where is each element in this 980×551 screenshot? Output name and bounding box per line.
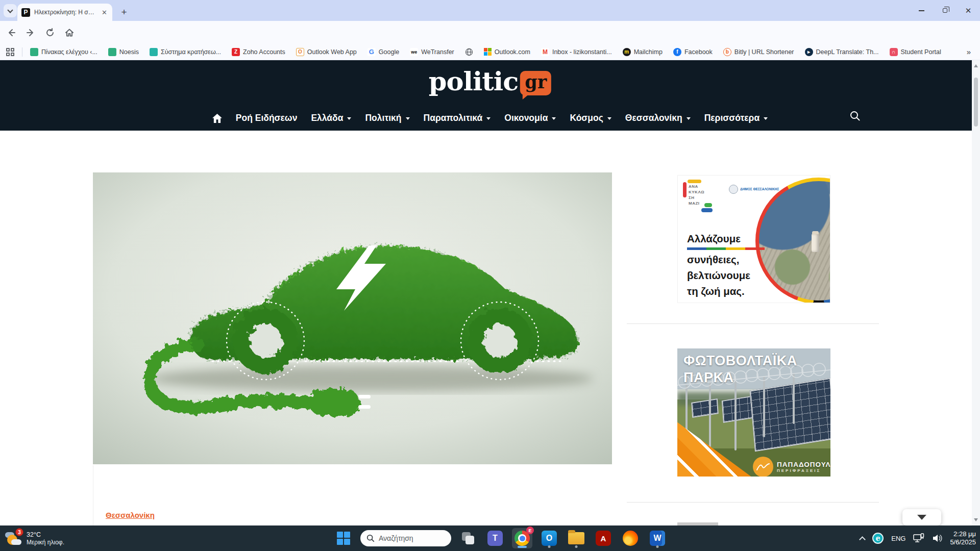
bookmarks-overflow-icon[interactable]: » xyxy=(967,47,974,56)
nav-home[interactable] xyxy=(212,114,222,123)
mailchimp-icon: m xyxy=(623,48,631,56)
firefox-app[interactable] xyxy=(620,528,641,548)
bookmark-item[interactable]: ∩Student Portal xyxy=(890,48,941,56)
window-controls: ✕ xyxy=(910,0,980,21)
ad-photo-circle xyxy=(755,178,830,303)
apps-grid-icon[interactable] xyxy=(6,48,14,56)
zoho-icon: Z xyxy=(232,48,240,56)
tray-date: 5/6/2025 xyxy=(950,538,976,546)
outlook-app[interactable]: O xyxy=(539,528,559,548)
nav-item-news-feed[interactable]: Ροή Ειδήσεων xyxy=(236,113,298,123)
bookmark-item[interactable]: ▸DeepL Translate: Th... xyxy=(805,48,879,56)
taskbar-clock[interactable]: 2:28 μμ 5/6/2025 xyxy=(950,530,976,546)
caret-down-icon xyxy=(687,117,691,120)
task-view-button[interactable] xyxy=(458,528,478,548)
sidebar-divider xyxy=(627,323,879,324)
bookmark-item[interactable]: Σύστημα κρατήσεω... xyxy=(150,48,221,56)
tray-expand-icon[interactable] xyxy=(859,536,866,543)
weather-condition: Μερική ηλιοφ. xyxy=(27,539,64,546)
caret-down-icon xyxy=(607,117,611,120)
bookmark-item[interactable]: fFacebook xyxy=(673,48,713,56)
bookmark-item[interactable]: Πίνακας ελέγχου ‹... xyxy=(30,48,97,56)
student-portal-icon: ∩ xyxy=(890,48,898,56)
google-icon: G xyxy=(368,48,376,56)
search-icon xyxy=(366,534,375,542)
nav-item-greece[interactable]: Ελλάδα xyxy=(311,113,351,123)
chrome-app[interactable]: E xyxy=(512,528,532,548)
back-button[interactable] xyxy=(3,24,19,41)
bookmark-item[interactable]: Outlook.com xyxy=(484,48,530,56)
sidebar-ad-solar[interactable]: ΦΩΤΟΒΟΛΤΑΪΚΑ ΠΑΡΚΑ ΠΑΠΑΔΟΠΟΥΛΟΣ ΠΕΡΙΦΡΑΞ… xyxy=(677,348,830,477)
nav-item-economy[interactable]: Οικονομία xyxy=(504,113,556,123)
network-icon[interactable] xyxy=(913,533,924,543)
bookmark-item[interactable]: mMailchimp xyxy=(623,48,663,56)
browser-toolbar: politic.gr/thessaloniki/ilektrokinisi-i-… xyxy=(0,21,980,44)
main-navigation: Ροή Ειδήσεων Ελλάδα Πολιτική Παραπολιτικ… xyxy=(0,113,980,123)
chevron-down-icon xyxy=(7,7,13,13)
logo-badge: gr xyxy=(520,71,551,95)
bookmark-item[interactable]: weWeTransfer xyxy=(410,48,454,56)
sidebar-ad-recycling[interactable]: ΑΝΑ ΚΥΚΛΩ ΣΗ ΜΑΖΙ ΔΗΜΟΣ ΘΕΣΣΑΛΟΝΙΚΗΣ Αλλ… xyxy=(677,175,830,303)
multicolor-underline xyxy=(687,247,765,250)
bookmark-item[interactable]: Noesis xyxy=(108,48,139,56)
tab-favicon: P xyxy=(21,8,30,17)
green-ev-car-illustration xyxy=(93,172,612,464)
language-indicator[interactable]: ENG xyxy=(891,535,905,542)
firefox-icon xyxy=(623,531,638,546)
bookmark-item[interactable] xyxy=(465,48,473,56)
restore-button[interactable] xyxy=(933,0,957,21)
scroll-down-button[interactable] xyxy=(902,509,941,525)
bookmark-item[interactable]: MInbox - lizikonstanti... xyxy=(541,48,612,56)
restore-icon xyxy=(943,8,947,13)
home-button[interactable] xyxy=(61,24,78,41)
site-search-button[interactable] xyxy=(849,110,861,123)
close-button[interactable]: ✕ xyxy=(957,0,980,21)
reload-button[interactable] xyxy=(42,24,58,41)
tab-close-icon[interactable]: ✕ xyxy=(101,9,108,16)
active-indicator xyxy=(518,546,527,548)
page-scrollbar[interactable] xyxy=(972,60,980,525)
minimize-button[interactable] xyxy=(910,0,933,21)
teams-app[interactable]: T xyxy=(485,528,505,548)
bookmark-item[interactable]: ZZoho Accounts xyxy=(232,48,285,56)
nav-item-parapolitics[interactable]: Παραπολιτικά xyxy=(424,113,491,123)
weather-widget[interactable]: 3 32°C Μερική ηλιοφ. xyxy=(5,528,64,549)
eset-icon[interactable]: e xyxy=(872,533,884,544)
forward-button[interactable] xyxy=(22,24,39,41)
ad-title: ΦΩΤΟΒΟΛΤΑΪΚΑ ΠΑΡΚΑ xyxy=(683,353,797,386)
site-favicon xyxy=(30,48,38,56)
start-button[interactable] xyxy=(333,528,354,548)
article-category-link[interactable]: Θεσσαλονίκη xyxy=(106,511,155,519)
site-logo[interactable]: politic gr xyxy=(429,67,551,95)
nav-item-politics[interactable]: Πολιτική xyxy=(365,113,409,123)
scrollbar-down-icon[interactable] xyxy=(974,518,978,521)
notification-badge: 3 xyxy=(15,528,23,536)
home-icon xyxy=(64,28,75,38)
system-tray: e ENG 2:28 μμ 5/6/2025 xyxy=(860,525,976,551)
scrollbar-up-icon[interactable] xyxy=(974,64,978,67)
taskbar-search[interactable]: Αναζήτηση xyxy=(360,530,451,546)
bookmark-item[interactable]: bBitly | URL Shortener xyxy=(723,48,794,56)
new-tab-button[interactable]: + xyxy=(117,6,131,19)
sidebar-divider xyxy=(627,502,879,503)
taskbar-center: Αναζήτηση T E O A W xyxy=(333,525,668,551)
nav-item-thessaloniki[interactable]: Θεσσαλονίκη xyxy=(625,113,691,123)
file-explorer-app[interactable] xyxy=(566,528,586,548)
nav-item-world[interactable]: Κόσμος xyxy=(570,113,611,123)
tab-search-button[interactable] xyxy=(4,4,17,17)
owa-icon: O xyxy=(296,48,304,56)
acrobat-icon: A xyxy=(596,531,611,546)
nav-item-more[interactable]: Περισσότερα xyxy=(704,113,768,123)
browser-tab[interactable]: P Ηλεκτροκίνηση: Η στρατηγική ✕ xyxy=(17,4,112,21)
chrome-profile-badge: E xyxy=(526,527,534,534)
scrollbar-thumb[interactable] xyxy=(974,78,978,127)
bookmark-item[interactable]: OOutlook Web App xyxy=(296,48,357,56)
acrobat-app[interactable]: A xyxy=(593,528,614,548)
bookmark-item[interactable]: GGoogle xyxy=(368,48,399,56)
volume-icon[interactable] xyxy=(932,534,942,543)
caret-down-icon xyxy=(347,117,351,120)
tab-title: Ηλεκτροκίνηση: Η στρατηγική xyxy=(34,9,96,16)
deepl-icon: ▸ xyxy=(805,48,813,56)
globe-icon xyxy=(465,48,473,56)
word-app[interactable]: W xyxy=(647,528,668,548)
